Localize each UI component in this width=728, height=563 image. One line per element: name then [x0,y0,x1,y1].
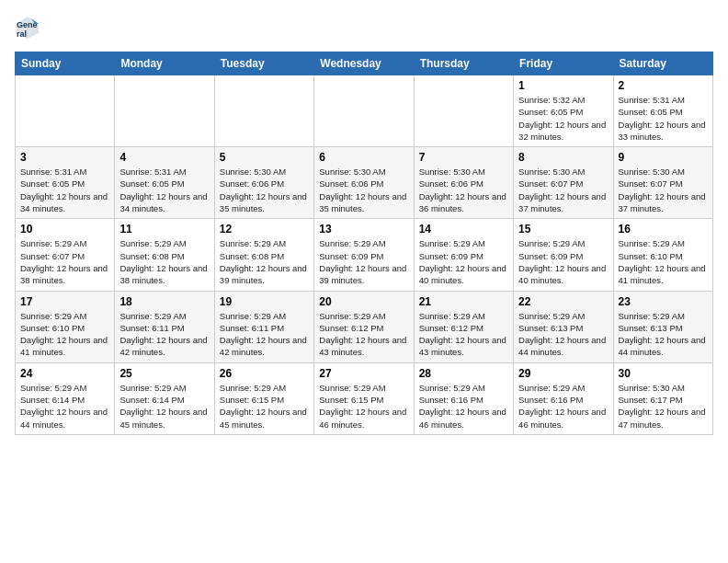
day-number: 6 [319,151,408,164]
calendar-cell: 25Sunrise: 5:29 AM Sunset: 6:14 PM Dayli… [115,362,214,434]
calendar-cell [115,75,214,147]
day-number: 30 [619,367,708,380]
weekday-header: Tuesday [214,52,313,75]
day-detail: Sunrise: 5:30 AM Sunset: 6:07 PM Dayligh… [619,167,706,213]
calendar-cell: 13Sunrise: 5:29 AM Sunset: 6:09 PM Dayli… [314,219,414,291]
calendar-cell: 9Sunrise: 5:30 AM Sunset: 6:07 PM Daylig… [613,147,712,219]
calendar-week-row: 17Sunrise: 5:29 AM Sunset: 6:10 PM Dayli… [16,291,713,362]
day-number: 20 [319,295,408,308]
day-number: 27 [319,367,408,380]
calendar-cell: 19Sunrise: 5:29 AM Sunset: 6:11 PM Dayli… [214,291,313,362]
weekday-header: Sunday [16,52,115,75]
day-number: 2 [619,79,708,92]
calendar-cell: 20Sunrise: 5:29 AM Sunset: 6:12 PM Dayli… [314,291,414,362]
calendar-cell: 26Sunrise: 5:29 AM Sunset: 6:15 PM Dayli… [214,362,313,434]
day-number: 21 [419,295,508,308]
day-detail: Sunrise: 5:29 AM Sunset: 6:15 PM Dayligh… [319,383,406,430]
day-detail: Sunrise: 5:32 AM Sunset: 6:05 PM Dayligh… [518,95,606,142]
day-number: 10 [20,223,109,236]
calendar-cell: 6Sunrise: 5:30 AM Sunset: 6:06 PM Daylig… [314,147,414,219]
day-detail: Sunrise: 5:29 AM Sunset: 6:10 PM Dayligh… [20,311,108,358]
day-number: 25 [119,367,209,380]
day-number: 1 [518,79,608,92]
day-detail: Sunrise: 5:30 AM Sunset: 6:07 PM Dayligh… [518,167,606,213]
day-detail: Sunrise: 5:29 AM Sunset: 6:09 PM Dayligh… [319,238,406,285]
calendar-week-row: 24Sunrise: 5:29 AM Sunset: 6:14 PM Dayli… [16,362,713,434]
day-detail: Sunrise: 5:29 AM Sunset: 6:15 PM Dayligh… [220,383,307,430]
day-number: 15 [518,223,608,236]
day-detail: Sunrise: 5:29 AM Sunset: 6:10 PM Dayligh… [619,238,706,285]
day-detail: Sunrise: 5:30 AM Sunset: 6:17 PM Dayligh… [619,383,706,430]
day-number: 14 [419,223,508,236]
calendar-week-row: 1Sunrise: 5:32 AM Sunset: 6:05 PM Daylig… [16,75,713,147]
day-detail: Sunrise: 5:29 AM Sunset: 6:14 PM Dayligh… [119,383,207,430]
weekday-header: Thursday [414,52,513,75]
day-detail: Sunrise: 5:29 AM Sunset: 6:13 PM Dayligh… [619,311,706,358]
calendar-cell: 29Sunrise: 5:29 AM Sunset: 6:16 PM Dayli… [514,362,613,434]
day-detail: Sunrise: 5:29 AM Sunset: 6:09 PM Dayligh… [518,238,606,285]
header: Gene ral [15,15,713,40]
weekday-header: Wednesday [314,52,414,75]
calendar-cell: 28Sunrise: 5:29 AM Sunset: 6:16 PM Dayli… [414,362,513,434]
page: Gene ral SundayMondayTuesdayWednesdayThu… [0,0,728,450]
day-detail: Sunrise: 5:30 AM Sunset: 6:06 PM Dayligh… [419,167,506,213]
day-detail: Sunrise: 5:31 AM Sunset: 6:05 PM Dayligh… [119,167,207,213]
day-detail: Sunrise: 5:29 AM Sunset: 6:11 PM Dayligh… [119,311,207,358]
day-detail: Sunrise: 5:29 AM Sunset: 6:16 PM Dayligh… [419,383,506,430]
calendar-cell: 23Sunrise: 5:29 AM Sunset: 6:13 PM Dayli… [613,291,712,362]
day-number: 13 [319,223,408,236]
calendar-cell: 21Sunrise: 5:29 AM Sunset: 6:12 PM Dayli… [414,291,513,362]
day-number: 11 [119,223,209,236]
day-detail: Sunrise: 5:31 AM Sunset: 6:05 PM Dayligh… [20,167,108,213]
weekday-header: Saturday [613,52,712,75]
calendar-cell: 14Sunrise: 5:29 AM Sunset: 6:09 PM Dayli… [414,219,513,291]
calendar-cell: 18Sunrise: 5:29 AM Sunset: 6:11 PM Dayli… [115,291,214,362]
calendar-cell [314,75,414,147]
day-number: 3 [20,151,109,164]
calendar-cell: 12Sunrise: 5:29 AM Sunset: 6:08 PM Dayli… [214,219,313,291]
day-detail: Sunrise: 5:29 AM Sunset: 6:11 PM Dayligh… [220,311,307,358]
calendar-cell: 3Sunrise: 5:31 AM Sunset: 6:05 PM Daylig… [16,147,115,219]
day-detail: Sunrise: 5:29 AM Sunset: 6:07 PM Dayligh… [20,238,108,285]
day-detail: Sunrise: 5:29 AM Sunset: 6:09 PM Dayligh… [419,238,506,285]
day-detail: Sunrise: 5:29 AM Sunset: 6:16 PM Dayligh… [518,383,606,430]
calendar-cell: 22Sunrise: 5:29 AM Sunset: 6:13 PM Dayli… [514,291,613,362]
day-detail: Sunrise: 5:30 AM Sunset: 6:06 PM Dayligh… [220,167,307,213]
day-number: 23 [619,295,708,308]
calendar-cell: 24Sunrise: 5:29 AM Sunset: 6:14 PM Dayli… [16,362,115,434]
calendar-cell: 7Sunrise: 5:30 AM Sunset: 6:06 PM Daylig… [414,147,513,219]
day-detail: Sunrise: 5:29 AM Sunset: 6:12 PM Dayligh… [419,311,506,358]
day-detail: Sunrise: 5:29 AM Sunset: 6:13 PM Dayligh… [518,311,606,358]
calendar-cell: 5Sunrise: 5:30 AM Sunset: 6:06 PM Daylig… [214,147,313,219]
day-number: 7 [419,151,508,164]
logo-icon: Gene ral [15,15,40,40]
day-number: 12 [220,223,309,236]
calendar-cell: 4Sunrise: 5:31 AM Sunset: 6:05 PM Daylig… [115,147,214,219]
day-detail: Sunrise: 5:30 AM Sunset: 6:06 PM Dayligh… [319,167,406,213]
day-number: 28 [419,367,508,380]
logo: Gene ral [15,15,44,40]
calendar-cell [414,75,513,147]
day-number: 29 [518,367,608,380]
calendar-cell: 2Sunrise: 5:31 AM Sunset: 6:05 PM Daylig… [613,75,712,147]
calendar-cell: 17Sunrise: 5:29 AM Sunset: 6:10 PM Dayli… [16,291,115,362]
calendar-week-row: 10Sunrise: 5:29 AM Sunset: 6:07 PM Dayli… [16,219,713,291]
calendar-cell: 11Sunrise: 5:29 AM Sunset: 6:08 PM Dayli… [115,219,214,291]
day-detail: Sunrise: 5:29 AM Sunset: 6:14 PM Dayligh… [20,383,108,430]
day-number: 4 [119,151,209,164]
calendar-cell: 30Sunrise: 5:30 AM Sunset: 6:17 PM Dayli… [613,362,712,434]
day-number: 8 [518,151,608,164]
day-detail: Sunrise: 5:29 AM Sunset: 6:12 PM Dayligh… [319,311,406,358]
calendar-cell: 15Sunrise: 5:29 AM Sunset: 6:09 PM Dayli… [514,219,613,291]
calendar-cell: 16Sunrise: 5:29 AM Sunset: 6:10 PM Dayli… [613,219,712,291]
calendar-cell [16,75,115,147]
calendar-table: SundayMondayTuesdayWednesdayThursdayFrid… [15,52,713,435]
day-number: 22 [518,295,608,308]
calendar-cell: 8Sunrise: 5:30 AM Sunset: 6:07 PM Daylig… [514,147,613,219]
calendar-cell [214,75,313,147]
day-detail: Sunrise: 5:29 AM Sunset: 6:08 PM Dayligh… [220,238,307,285]
weekday-header-row: SundayMondayTuesdayWednesdayThursdayFrid… [16,52,713,75]
weekday-header: Monday [115,52,214,75]
day-number: 24 [20,367,109,380]
svg-text:ral: ral [17,29,27,39]
